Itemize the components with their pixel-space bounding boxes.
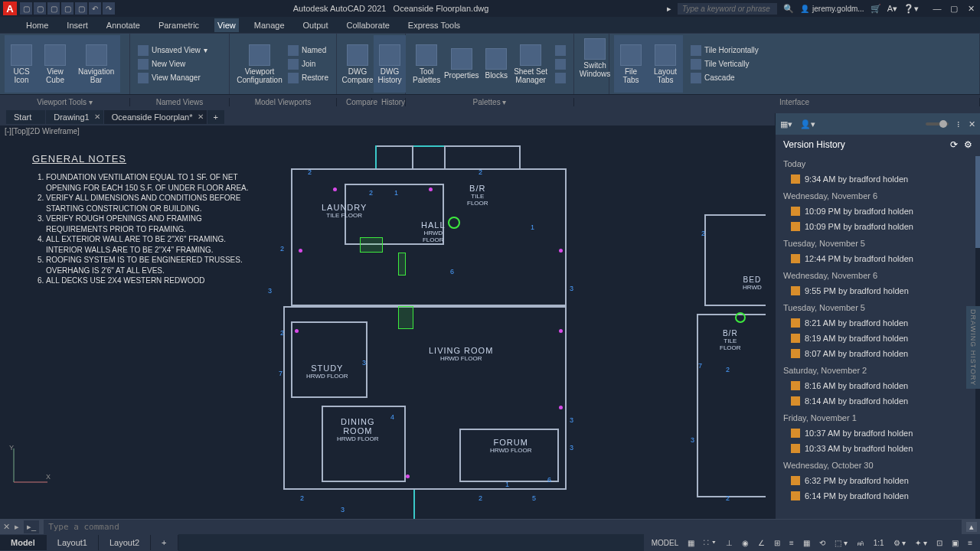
lweight-icon[interactable]: ≡ bbox=[786, 537, 797, 549]
properties-button[interactable]: Properties bbox=[443, 35, 480, 93]
layout-tabs-button[interactable]: Layout Tabs bbox=[648, 35, 683, 93]
new-view-button[interactable]: New View bbox=[135, 58, 224, 70]
vh-entry[interactable]: 6:14 PM by bradford holden bbox=[777, 488, 978, 504]
palette-icon-2[interactable] bbox=[552, 58, 569, 70]
view-cube-button[interactable]: View Cube bbox=[38, 35, 72, 93]
search-input[interactable] bbox=[678, 3, 777, 15]
share-icon[interactable]: ▸ bbox=[667, 4, 671, 14]
model-tab[interactable]: Layout1 bbox=[47, 535, 99, 550]
nav-bar-button[interactable]: Navigation Bar bbox=[72, 35, 120, 93]
vh-entry[interactable]: 8:16 AM by bradford holden bbox=[777, 378, 978, 393]
snap-icon[interactable]: ⸬ ▾ bbox=[701, 536, 720, 549]
ucs-icon-button[interactable]: UCS Icon bbox=[5, 35, 38, 93]
ortho-icon[interactable]: ⊥ bbox=[723, 537, 736, 549]
qat-redo-icon[interactable]: ↷ bbox=[103, 2, 115, 15]
vh-entry[interactable]: 12:44 PM by bradford holden bbox=[777, 251, 978, 266]
qat-save-icon[interactable]: ▢ bbox=[47, 2, 60, 15]
vh-entry[interactable]: 8:19 AM by bradford holden bbox=[777, 331, 978, 346]
cycle-icon[interactable]: ⟲ bbox=[816, 537, 828, 549]
cmd-recent-icon[interactable]: ▸ bbox=[15, 522, 19, 532]
doctab[interactable]: Start bbox=[6, 110, 45, 124]
tab-close-icon[interactable]: ✕ bbox=[94, 112, 100, 121]
clean-icon[interactable]: ▣ bbox=[949, 537, 962, 549]
refresh-icon[interactable]: ⟳ bbox=[950, 139, 958, 150]
restore-vp-button[interactable]: Restore bbox=[285, 72, 332, 84]
menu-manage[interactable]: Manage bbox=[251, 18, 288, 32]
vh-entry[interactable]: 8:21 AM by bradford holden bbox=[777, 315, 978, 331]
vh-entry[interactable]: 10:09 PM by bradford holden bbox=[777, 219, 978, 234]
tile-horiz-button[interactable]: Tile Horizontally bbox=[688, 44, 762, 57]
close-button[interactable]: ✕ bbox=[965, 3, 977, 14]
menu-annotate[interactable]: Annotate bbox=[103, 18, 143, 32]
join-vp-button[interactable]: Join bbox=[285, 58, 332, 70]
menu-insert[interactable]: Insert bbox=[64, 18, 91, 32]
maximize-button[interactable]: ▢ bbox=[948, 3, 960, 14]
qat-open-icon[interactable]: ▢ bbox=[34, 2, 46, 15]
vh-user-dropdown[interactable]: 👤▾ bbox=[800, 119, 815, 129]
named-vp-button[interactable]: Named bbox=[285, 44, 332, 57]
tab-close-icon[interactable]: ✕ bbox=[198, 112, 204, 121]
scale-button[interactable]: 1:1 bbox=[871, 537, 887, 549]
command-input[interactable] bbox=[44, 520, 962, 534]
custom-icon[interactable]: ≡ bbox=[965, 537, 975, 549]
tool-palettes-button[interactable]: Tool Palettes bbox=[410, 35, 443, 93]
gear-icon[interactable]: ⚙ ▾ bbox=[890, 537, 910, 549]
qat-saveas-icon[interactable]: ▢ bbox=[61, 2, 74, 15]
qat-undo-icon[interactable]: ↶ bbox=[89, 2, 101, 15]
cmd-close-icon[interactable]: ✕ bbox=[3, 522, 10, 532]
vh-entry[interactable]: 6:32 PM by bradford holden bbox=[777, 473, 978, 488]
otrack-icon[interactable]: ⊞ bbox=[771, 537, 783, 549]
wcs-icon[interactable]: ⬚ ▾ bbox=[831, 537, 851, 549]
dwg-compare-button[interactable]: DWG Compare bbox=[341, 35, 374, 93]
dwg-history-button[interactable]: DWG History bbox=[374, 35, 406, 93]
app-menu-icon[interactable]: A▾ bbox=[887, 4, 897, 14]
palette-icon-1[interactable] bbox=[552, 44, 569, 57]
rf-palettes[interactable]: Palettes ▾ bbox=[406, 98, 574, 106]
tile-vert-button[interactable]: Tile Vertically bbox=[688, 58, 762, 70]
search-icon[interactable]: 🔍 bbox=[783, 4, 794, 14]
palette-icon-3[interactable] bbox=[552, 72, 569, 84]
help-icon[interactable]: ❔▾ bbox=[903, 4, 919, 14]
settings-icon[interactable]: ⚙ bbox=[964, 139, 972, 150]
filter-icon[interactable]: ⫶ bbox=[956, 119, 961, 129]
polar-icon[interactable]: ◉ bbox=[739, 537, 752, 549]
menu-view[interactable]: View bbox=[214, 18, 239, 32]
user-menu[interactable]: 👤 jeremy.goldm... bbox=[800, 5, 864, 13]
switch-windows-button[interactable]: Switch Windows bbox=[579, 35, 611, 81]
blocks-button[interactable]: Blocks bbox=[480, 35, 512, 93]
add-layout-button[interactable]: + bbox=[151, 535, 178, 550]
model-tab[interactable]: Model bbox=[0, 535, 47, 550]
cascade-button[interactable]: Cascade bbox=[688, 72, 762, 84]
cart-icon[interactable]: 🛒 bbox=[871, 4, 881, 14]
status-model[interactable]: MODEL bbox=[648, 537, 682, 549]
trans-icon[interactable]: ▦ bbox=[800, 537, 813, 549]
sheetset-button[interactable]: Sheet Set Manager bbox=[512, 35, 549, 93]
add-tab-button[interactable]: + bbox=[207, 110, 224, 124]
vh-entry[interactable]: 9:34 AM by bradford holden bbox=[777, 171, 978, 187]
view-manager-button[interactable]: View Manager bbox=[135, 72, 224, 84]
unsaved-view-dropdown[interactable]: Unsaved View ▾ bbox=[135, 44, 224, 57]
vh-entry[interactable]: 8:07 AM by bradford holden bbox=[777, 346, 978, 361]
menu-output[interactable]: Output bbox=[300, 18, 332, 32]
qat-new-icon[interactable]: ▢ bbox=[20, 2, 32, 15]
vh-entry[interactable]: 9:55 PM by bradford holden bbox=[777, 283, 978, 298]
iso-icon[interactable]: ✦ ▾ bbox=[912, 537, 930, 549]
anno-icon[interactable]: 🗚 bbox=[854, 537, 867, 549]
panel-close-icon[interactable]: ✕ bbox=[969, 119, 975, 129]
vh-entry[interactable]: 10:37 AM by bradford holden bbox=[777, 425, 978, 441]
vh-entry[interactable]: 8:14 AM by bradford holden bbox=[777, 393, 978, 409]
menu-home[interactable]: Home bbox=[23, 18, 51, 32]
rf-viewport-tools[interactable]: Viewport Tools ▾ bbox=[0, 98, 130, 106]
doctab[interactable]: Drawing1✕ bbox=[46, 110, 103, 124]
menu-collaborate[interactable]: Collaborate bbox=[344, 18, 393, 32]
drawing-history-tab[interactable]: DRAWING HISTORY bbox=[966, 306, 980, 389]
model-tab[interactable]: Layout2 bbox=[99, 535, 151, 550]
minimize-button[interactable]: — bbox=[931, 3, 943, 14]
grid-icon[interactable]: ▦ bbox=[684, 537, 697, 549]
qat-plot-icon[interactable]: ▢ bbox=[75, 2, 87, 15]
cmd-expand-icon[interactable]: ▴ bbox=[966, 522, 977, 532]
viewport-config-button[interactable]: Viewport Configuration bbox=[234, 35, 285, 93]
file-tabs-button[interactable]: File Tabs bbox=[614, 35, 648, 93]
vh-entry[interactable]: 10:09 PM by bradford holden bbox=[777, 204, 978, 219]
menu-express tools[interactable]: Express Tools bbox=[405, 18, 463, 32]
